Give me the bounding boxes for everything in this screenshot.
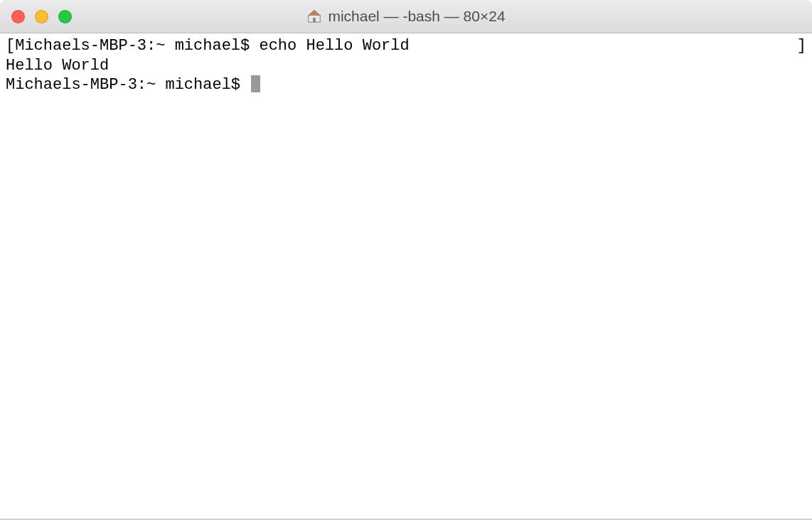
svg-rect-0 xyxy=(314,18,316,22)
terminal-line: [Michaels-MBP-3:~ michael$ echo Hello Wo… xyxy=(6,36,806,56)
terminal-line: Hello World xyxy=(6,56,806,76)
traffic-lights xyxy=(0,10,72,23)
close-button[interactable] xyxy=(11,10,25,23)
maximize-button[interactable] xyxy=(58,10,72,23)
prompt-text: Michaels-MBP-3:~ michael$ xyxy=(15,37,259,55)
line-prefix-bracket: [ xyxy=(6,37,15,55)
window-title: michael — -bash — 80×24 xyxy=(328,8,505,25)
cursor-icon xyxy=(251,75,260,92)
title-bar[interactable]: michael — -bash — 80×24 xyxy=(0,0,812,33)
terminal-window: michael — -bash — 80×24 [Michaels-MBP-3:… xyxy=(0,0,812,520)
terminal-line: Michaels-MBP-3:~ michael$ xyxy=(6,75,806,95)
home-icon xyxy=(306,9,322,24)
command-text: echo Hello World xyxy=(259,37,409,55)
line-suffix-bracket: ] xyxy=(797,36,806,56)
terminal-body[interactable]: [Michaels-MBP-3:~ michael$ echo Hello Wo… xyxy=(0,33,812,520)
title-center: michael — -bash — 80×24 xyxy=(0,8,812,25)
prompt-text: Michaels-MBP-3:~ michael$ xyxy=(6,75,250,95)
output-text: Hello World xyxy=(6,56,109,76)
minimize-button[interactable] xyxy=(35,10,48,23)
